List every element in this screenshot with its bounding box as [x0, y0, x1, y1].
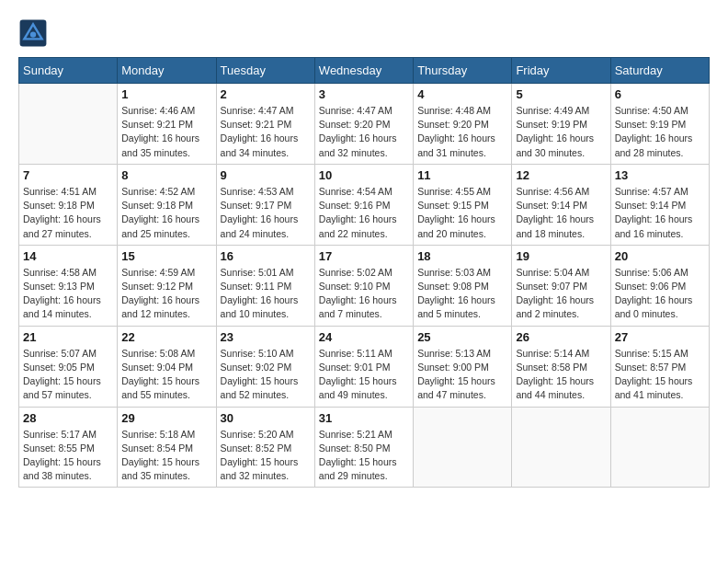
day-number: 30: [221, 411, 311, 425]
logo: [18, 18, 51, 48]
day-info: Sunrise: 4:58 AM Sunset: 9:13 PM Dayligh…: [23, 266, 113, 322]
day-number: 9: [221, 168, 311, 182]
day-number: 6: [615, 87, 705, 101]
calendar-cell: 28Sunrise: 5:17 AM Sunset: 8:55 PM Dayli…: [19, 407, 118, 488]
day-number: 23: [221, 330, 311, 344]
weekday-header-sunday: Sunday: [19, 58, 118, 84]
weekday-header-thursday: Thursday: [414, 58, 512, 84]
day-info: Sunrise: 4:50 AM Sunset: 9:19 PM Dayligh…: [615, 104, 705, 160]
calendar-week-row: 7Sunrise: 4:51 AM Sunset: 9:18 PM Daylig…: [19, 164, 710, 245]
calendar-cell: 18Sunrise: 5:03 AM Sunset: 9:08 PM Dayli…: [414, 245, 512, 326]
weekday-header-friday: Friday: [512, 58, 610, 84]
day-number: 29: [121, 411, 211, 425]
calendar-cell: 12Sunrise: 4:56 AM Sunset: 9:14 PM Dayli…: [512, 164, 610, 245]
day-info: Sunrise: 5:14 AM Sunset: 8:58 PM Dayligh…: [516, 347, 606, 403]
day-number: 12: [516, 168, 606, 182]
day-info: Sunrise: 4:53 AM Sunset: 9:17 PM Dayligh…: [221, 185, 311, 241]
calendar-week-row: 28Sunrise: 5:17 AM Sunset: 8:55 PM Dayli…: [19, 407, 710, 488]
day-number: 27: [615, 330, 705, 344]
day-info: Sunrise: 5:04 AM Sunset: 9:07 PM Dayligh…: [516, 266, 606, 322]
day-number: 18: [417, 249, 507, 263]
day-number: 26: [516, 330, 606, 344]
calendar-cell: [19, 84, 118, 165]
day-number: 22: [121, 330, 211, 344]
day-info: Sunrise: 4:57 AM Sunset: 9:14 PM Dayligh…: [615, 185, 705, 241]
weekday-header-monday: Monday: [118, 58, 216, 84]
day-info: Sunrise: 4:55 AM Sunset: 9:15 PM Dayligh…: [417, 185, 507, 241]
day-number: 2: [221, 87, 311, 101]
day-number: 11: [417, 168, 507, 182]
calendar-cell: 23Sunrise: 5:10 AM Sunset: 9:02 PM Dayli…: [216, 326, 314, 407]
calendar-table: SundayMondayTuesdayWednesdayThursdayFrid…: [18, 57, 710, 488]
calendar-cell: 8Sunrise: 4:52 AM Sunset: 9:18 PM Daylig…: [118, 164, 216, 245]
calendar-cell: 7Sunrise: 4:51 AM Sunset: 9:18 PM Daylig…: [19, 164, 118, 245]
calendar-cell: 21Sunrise: 5:07 AM Sunset: 9:05 PM Dayli…: [19, 326, 118, 407]
day-number: 21: [23, 330, 113, 344]
day-number: 31: [319, 411, 409, 425]
calendar-cell: 16Sunrise: 5:01 AM Sunset: 9:11 PM Dayli…: [216, 245, 314, 326]
day-info: Sunrise: 4:59 AM Sunset: 9:12 PM Dayligh…: [121, 266, 211, 322]
day-info: Sunrise: 5:20 AM Sunset: 8:52 PM Dayligh…: [221, 428, 311, 484]
calendar-cell: 26Sunrise: 5:14 AM Sunset: 8:58 PM Dayli…: [512, 326, 610, 407]
day-number: 4: [417, 87, 507, 101]
day-number: 15: [121, 249, 211, 263]
day-number: 1: [121, 87, 211, 101]
day-info: Sunrise: 5:02 AM Sunset: 9:10 PM Dayligh…: [319, 266, 409, 322]
day-info: Sunrise: 5:08 AM Sunset: 9:04 PM Dayligh…: [121, 347, 211, 403]
day-number: 24: [319, 330, 409, 344]
day-info: Sunrise: 4:48 AM Sunset: 9:20 PM Dayligh…: [417, 104, 507, 160]
day-number: 8: [121, 168, 211, 182]
day-info: Sunrise: 4:54 AM Sunset: 9:16 PM Dayligh…: [319, 185, 409, 241]
day-info: Sunrise: 5:17 AM Sunset: 8:55 PM Dayligh…: [23, 428, 113, 484]
calendar-cell: 27Sunrise: 5:15 AM Sunset: 8:57 PM Dayli…: [610, 326, 709, 407]
weekday-header-row: SundayMondayTuesdayWednesdayThursdayFrid…: [19, 58, 710, 84]
day-number: 19: [516, 249, 606, 263]
calendar-cell: 22Sunrise: 5:08 AM Sunset: 9:04 PM Dayli…: [118, 326, 216, 407]
day-number: 28: [23, 411, 113, 425]
calendar-cell: 1Sunrise: 4:46 AM Sunset: 9:21 PM Daylig…: [118, 84, 216, 165]
day-info: Sunrise: 5:03 AM Sunset: 9:08 PM Dayligh…: [417, 266, 507, 322]
calendar-cell: 31Sunrise: 5:21 AM Sunset: 8:50 PM Dayli…: [314, 407, 413, 488]
day-info: Sunrise: 5:21 AM Sunset: 8:50 PM Dayligh…: [319, 428, 409, 484]
calendar-week-row: 21Sunrise: 5:07 AM Sunset: 9:05 PM Dayli…: [19, 326, 710, 407]
day-number: 25: [417, 330, 507, 344]
day-number: 14: [23, 249, 113, 263]
day-number: 5: [516, 87, 606, 101]
calendar-cell: 25Sunrise: 5:13 AM Sunset: 9:00 PM Dayli…: [414, 326, 512, 407]
calendar-cell: 29Sunrise: 5:18 AM Sunset: 8:54 PM Dayli…: [118, 407, 216, 488]
page-header: [18, 18, 710, 48]
day-info: Sunrise: 5:07 AM Sunset: 9:05 PM Dayligh…: [23, 347, 113, 403]
calendar-cell: 15Sunrise: 4:59 AM Sunset: 9:12 PM Dayli…: [118, 245, 216, 326]
day-info: Sunrise: 4:46 AM Sunset: 9:21 PM Dayligh…: [121, 104, 211, 160]
weekday-header-wednesday: Wednesday: [314, 58, 413, 84]
day-number: 7: [23, 168, 113, 182]
day-info: Sunrise: 4:51 AM Sunset: 9:18 PM Dayligh…: [23, 185, 113, 241]
calendar-cell: 10Sunrise: 4:54 AM Sunset: 9:16 PM Dayli…: [314, 164, 413, 245]
calendar-cell: 17Sunrise: 5:02 AM Sunset: 9:10 PM Dayli…: [314, 245, 413, 326]
calendar-cell: 2Sunrise: 4:47 AM Sunset: 9:21 PM Daylig…: [216, 84, 314, 165]
day-number: 17: [319, 249, 409, 263]
calendar-week-row: 1Sunrise: 4:46 AM Sunset: 9:21 PM Daylig…: [19, 84, 710, 165]
calendar-cell: [414, 407, 512, 488]
weekday-header-tuesday: Tuesday: [216, 58, 314, 84]
day-info: Sunrise: 4:52 AM Sunset: 9:18 PM Dayligh…: [121, 185, 211, 241]
day-info: Sunrise: 4:49 AM Sunset: 9:19 PM Dayligh…: [516, 104, 606, 160]
day-info: Sunrise: 4:56 AM Sunset: 9:14 PM Dayligh…: [516, 185, 606, 241]
day-info: Sunrise: 5:13 AM Sunset: 9:00 PM Dayligh…: [417, 347, 507, 403]
day-number: 16: [221, 249, 311, 263]
weekday-header-saturday: Saturday: [610, 58, 709, 84]
calendar-cell: 20Sunrise: 5:06 AM Sunset: 9:06 PM Dayli…: [610, 245, 709, 326]
day-info: Sunrise: 5:01 AM Sunset: 9:11 PM Dayligh…: [221, 266, 311, 322]
svg-point-2: [30, 31, 36, 37]
calendar-cell: 5Sunrise: 4:49 AM Sunset: 9:19 PM Daylig…: [512, 84, 610, 165]
day-info: Sunrise: 5:15 AM Sunset: 8:57 PM Dayligh…: [615, 347, 705, 403]
calendar-cell: 14Sunrise: 4:58 AM Sunset: 9:13 PM Dayli…: [19, 245, 118, 326]
calendar-cell: 11Sunrise: 4:55 AM Sunset: 9:15 PM Dayli…: [414, 164, 512, 245]
day-info: Sunrise: 5:11 AM Sunset: 9:01 PM Dayligh…: [319, 347, 409, 403]
day-info: Sunrise: 4:47 AM Sunset: 9:21 PM Dayligh…: [221, 104, 311, 160]
day-number: 20: [615, 249, 705, 263]
logo-icon: [18, 18, 48, 48]
day-info: Sunrise: 4:47 AM Sunset: 9:20 PM Dayligh…: [319, 104, 409, 160]
day-info: Sunrise: 5:10 AM Sunset: 9:02 PM Dayligh…: [221, 347, 311, 403]
calendar-cell: [512, 407, 610, 488]
